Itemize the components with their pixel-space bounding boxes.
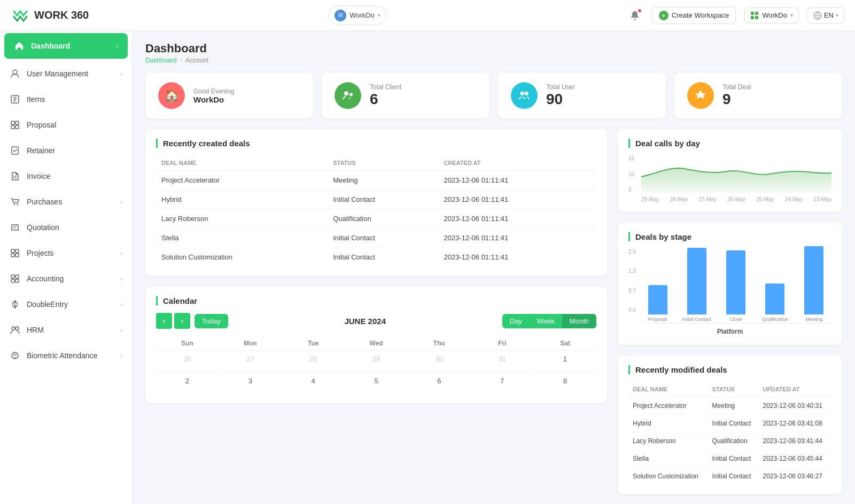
language-selector[interactable]: EN ▾ [807, 7, 844, 23]
bar-group: Initial Contact [679, 248, 714, 322]
cal-day[interactable]: 4 [282, 372, 345, 393]
cal-day-header: Tue [282, 336, 345, 350]
sidebar-item-invoice[interactable]: Invoice [0, 163, 132, 189]
table-row: Project Accelerator Meeting 2023-12-06 0… [156, 171, 596, 190]
bar-label: Meeting [805, 317, 822, 322]
table-row: Lacy Roberson Qualification 2023-12-06 0… [628, 432, 831, 450]
biometric-icon [10, 350, 20, 361]
sidebar-item-biometric[interactable]: Biometric Attendance › [0, 343, 132, 368]
sidebar-item-hrm[interactable]: HRM › [0, 317, 132, 343]
svg-rect-25 [11, 275, 14, 278]
sidebar-item-doubleentry[interactable]: DoubleEntry › [0, 292, 132, 317]
bar-group: Meeting [797, 246, 831, 322]
svg-rect-22 [15, 249, 19, 253]
sidebar-item-projects[interactable]: Projects › [0, 240, 132, 266]
cal-day[interactable]: 6 [408, 372, 470, 393]
svg-rect-28 [15, 279, 19, 282]
cal-day-header: Thu [408, 336, 470, 350]
cal-day[interactable]: 5 [345, 372, 408, 393]
sidebar-item-accounting[interactable]: Accounting › [0, 266, 132, 292]
notification-button[interactable] [626, 7, 643, 24]
bar-label: Qualification [761, 317, 788, 322]
recently-modified-card: Recently modified deals Deal Name Status… [618, 356, 842, 494]
cal-view-month[interactable]: Month [562, 314, 596, 328]
workspace-selector[interactable]: W WorkDo ▾ [329, 6, 386, 25]
sidebar-item-dashboard[interactable]: Dashboard › [4, 33, 128, 59]
cal-view-day[interactable]: Day [502, 314, 530, 328]
cal-next-button[interactable]: › [174, 313, 190, 329]
client-value: 6 [370, 91, 401, 108]
mod-col-status: Status [708, 382, 759, 397]
deal-name-cell: Project Accelerator [156, 171, 328, 190]
projects-icon [10, 248, 20, 258]
logo: WORK 360 [11, 6, 89, 25]
col-deal-name: Deal Name [156, 155, 328, 171]
sidebar-chevron-icon: › [120, 275, 122, 282]
stat-card-user: Total User 90 [498, 73, 666, 119]
sidebar-item-items[interactable]: Items [0, 86, 132, 112]
logo-text: WORK 360 [34, 9, 89, 21]
cal-view-week[interactable]: Week [530, 314, 562, 328]
stats-row: 🏠 Good Evening WorkDo Total Client 6 [145, 73, 842, 119]
user-icon-stat [511, 82, 538, 109]
user-value: 90 [546, 91, 575, 108]
sidebar-item-purchases[interactable]: Purchases › [0, 189, 132, 215]
cal-day[interactable]: 30 [408, 350, 470, 372]
deal-value: 9 [722, 91, 751, 108]
deal-status-cell: Initial Contact [328, 190, 438, 209]
table-row: Stella Initial Contact 2023-12-06 03:45:… [628, 450, 831, 468]
deal-label: Total Deal [722, 83, 751, 91]
deals-by-stage-title: Deals by stage [628, 232, 831, 241]
cal-prev-button[interactable]: ‹ [156, 313, 172, 329]
bar-group: Proposal [640, 285, 675, 322]
svg-point-34 [349, 93, 353, 96]
svg-rect-27 [11, 279, 14, 282]
recently-created-deals-card: Recently created deals Deal Name Status … [145, 129, 607, 276]
sidebar-item-label: Invoice [27, 172, 50, 180]
workdo-dropdown[interactable]: WorkDo ▾ [744, 7, 799, 23]
chart-label: 24-May [785, 196, 803, 202]
stat-card-deal: Total Deal 9 [674, 73, 842, 119]
client-label: Total Client [370, 83, 401, 91]
sidebar-item-quotation[interactable]: Quotation [0, 215, 132, 240]
cal-day[interactable]: 8 [534, 372, 596, 393]
cal-day[interactable]: 28 [282, 350, 345, 372]
sidebar-item-label: Accounting [27, 274, 64, 283]
sidebar-chevron-icon: › [120, 199, 122, 205]
cal-day[interactable]: 7 [471, 372, 533, 393]
chart-label: 23-May [814, 196, 831, 202]
mod-col-name: Deal Name [628, 382, 708, 397]
cal-day-header: Mon [219, 336, 282, 350]
deal-status-cell: Initial Contact [328, 229, 438, 248]
sidebar-item-label: DoubleEntry [27, 300, 68, 309]
cal-day[interactable]: 27 [219, 350, 282, 372]
cal-day[interactable]: 29 [345, 350, 408, 372]
lang-chevron-icon: ▾ [836, 12, 838, 18]
mod-status-cell: Initial Contact [708, 468, 759, 485]
table-row: Solution Customization Initial Contact 2… [156, 248, 596, 267]
sidebar-item-retainer[interactable]: Retainer [0, 138, 132, 163]
bar [726, 250, 745, 314]
deals-by-stage-card: Deals by stage 2.0 1.3 0.7 0.0 Proposal [618, 223, 842, 345]
create-workspace-button[interactable]: + Create Workspace [652, 7, 736, 24]
sidebar-item-proposal[interactable]: Proposal [0, 112, 132, 138]
sidebar-item-label: Items [27, 95, 45, 104]
content-grid: Recently created deals Deal Name Status … [145, 129, 842, 494]
main-content: Dashboard Dashboard › Account 🏠 Good Eve… [133, 31, 855, 504]
workdo-chevron-icon: ▾ [790, 12, 793, 18]
breadcrumb-separator: › [180, 57, 182, 64]
col-status: Status [328, 155, 438, 171]
sidebar-item-label: User Management [27, 69, 88, 78]
svg-rect-5 [755, 16, 758, 19]
cal-day[interactable]: 31 [471, 350, 533, 372]
sidebar-item-label: Proposal [27, 121, 56, 129]
cal-day[interactable]: 1 [534, 350, 596, 372]
sidebar-item-user-management[interactable]: User Management › [0, 61, 132, 86]
cal-today-button[interactable]: Today [195, 314, 228, 328]
cal-day[interactable]: 3 [219, 372, 282, 393]
breadcrumb-dashboard[interactable]: Dashboard [145, 57, 177, 64]
page-header: Dashboard Dashboard › Account [145, 42, 842, 64]
cal-day[interactable]: 26 [156, 350, 219, 372]
cal-day[interactable]: 2 [156, 372, 219, 393]
svg-rect-26 [15, 275, 19, 278]
